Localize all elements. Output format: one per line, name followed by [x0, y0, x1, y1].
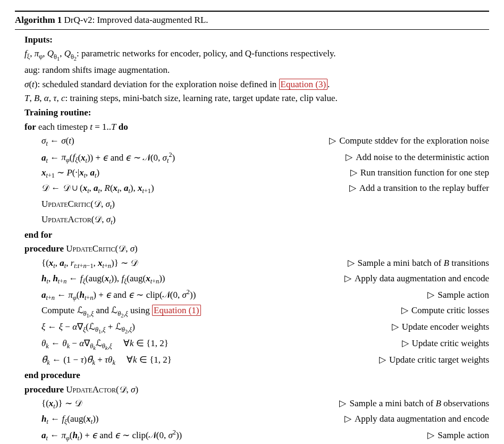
- input-aug-text: aug: random shifts image augmentation.: [24, 64, 170, 77]
- step-buffer-l: 𝒟 ← 𝒟 ∪ (xt, at, R(xt, at), xt+1): [24, 182, 154, 196]
- procedure-actor-text: procedure UpdateActor(𝒟, σ): [24, 383, 138, 397]
- step-buffer-r: Add a transition to the replay buffer: [339, 182, 489, 195]
- step-transition-r: Run transition function for one step: [340, 166, 489, 180]
- training-label: Training routine:: [24, 106, 91, 120]
- input-networks-text: fξ, πφ, Qθ1, Qθ2: parametric networks fo…: [24, 47, 336, 63]
- for-loop: for each timestep t = 1..T do: [24, 120, 489, 135]
- step-action: at ← πφ(fξ(xt)) + ϵ and ϵ ∼ 𝒩(0, σt2) Ad…: [24, 150, 489, 166]
- critic-action-l: at+n ← πφ(ht+n) + ϵ and ϵ ∼ clip(𝒩(0, σ2…: [24, 288, 196, 303]
- for-loop-text: for each timestep t = 1..T do: [24, 121, 128, 134]
- critic-update-target-r: Update critic target weights: [368, 354, 489, 367]
- end-for: end for: [24, 228, 489, 242]
- input-sigma-post: .: [327, 79, 330, 89]
- procedure-actor: procedure UpdateActor(𝒟, σ): [24, 383, 489, 397]
- step-action-l: at ← πφ(fξ(xt)) + ϵ and ϵ ∼ 𝒩(0, σt2): [24, 150, 175, 166]
- critic-update-weights-r: Update critic weights: [391, 337, 489, 350]
- input-networks: fξ, πφ, Qθ1, Qθ2: parametric networks fo…: [24, 47, 489, 63]
- end-proc-critic-text: end procedure: [24, 369, 80, 382]
- step-transition: xt+1 ∼ P(·|xt, at) Run transition functi…: [24, 166, 489, 181]
- critic-action-r: Sample action: [417, 289, 489, 302]
- critic-encode-l: ht, ht+n ← fξ(aug(xt)), fξ(aug(xt+n)): [24, 272, 165, 287]
- step-sigma-r: Compute stddev for the exploration noise: [318, 135, 489, 148]
- algorithm-title-row: Algorithm 1 DrQ-v2: Improved data-augmen…: [15, 12, 489, 30]
- actor-sample-l: {(xt)} ∼ 𝒟: [24, 397, 82, 412]
- critic-loss-l: Compute ℒθ1,ξ and ℒθ2,ξ using Equation (…: [24, 304, 201, 320]
- critic-update-weights: θk ← θk − α∇θkℒθk,ξ ∀k ∈ {1, 2} Update c…: [24, 337, 489, 353]
- actor-encode-l: ht ← fξ(aug(xt)): [24, 413, 98, 427]
- procedure-critic: procedure UpdateCritic(𝒟, σ): [24, 242, 489, 256]
- step-sigma: σt ← σ(t) Compute stddev for the explora…: [24, 134, 489, 149]
- critic-update-weights-l: θk ← θk − α∇θkℒθk,ξ ∀k ∈ {1, 2}: [24, 337, 169, 353]
- critic-action: at+n ← πφ(ht+n) + ϵ and ϵ ∼ clip(𝒩(0, σ2…: [24, 287, 489, 304]
- critic-update-target: θ̄k ← (1 − τ)θ̄k + τθk ∀k ∈ {1, 2} Updat…: [24, 353, 489, 368]
- step-call-actor: UpdateActor(𝒟, σt): [24, 213, 489, 228]
- step-call-critic-l: UpdateCritic(𝒟, σt): [24, 198, 115, 212]
- actor-encode-r: Apply data augmentation and encode: [334, 413, 489, 426]
- actor-action: at ← πφ(ht) + ϵ and ϵ ∼ clip(𝒩(0, σ2)) S…: [24, 428, 489, 444]
- end-procedure-critic: end procedure: [24, 368, 489, 383]
- actor-action-r: Sample action: [417, 429, 489, 442]
- critic-loss-r: Compute critic losses: [391, 304, 489, 317]
- critic-update-encoder-l: ξ ← ξ − α∇ξ(ℒθ1,ξ + ℒθ2,ξ): [24, 321, 135, 336]
- critic-update-encoder-r: Update encoder weights: [381, 321, 489, 334]
- critic-loss: Compute ℒθ1,ξ and ℒθ2,ξ using Equation (…: [24, 304, 489, 320]
- input-sigma: σ(t): scheduled standard deviation for t…: [24, 78, 489, 92]
- step-call-critic: UpdateCritic(𝒟, σt): [24, 197, 489, 213]
- procedure-critic-text: procedure UpdateCritic(𝒟, σ): [24, 242, 138, 256]
- critic-encode: ht, ht+n ← fξ(aug(xt)), fξ(aug(xt+n)) Ap…: [24, 272, 489, 287]
- algorithm-block: Algorithm 1 DrQ-v2: Improved data-augmen…: [15, 11, 489, 444]
- step-action-r: Add noise to the deterministic action: [335, 151, 489, 164]
- critic-encode-r: Apply data augmentation and encode: [334, 272, 489, 286]
- step-buffer: 𝒟 ← 𝒟 ∪ (xt, at, R(xt, at), xt+1) Add a …: [24, 181, 489, 197]
- algorithm-number: Algorithm 1: [15, 15, 62, 25]
- critic-update-encoder: ξ ← ξ − α∇ξ(ℒθ1,ξ + ℒθ2,ξ) Update encode…: [24, 320, 489, 337]
- actor-encode: ht ← fξ(aug(xt)) Apply data augmentation…: [24, 412, 489, 428]
- inputs-header: Inputs:: [24, 33, 489, 47]
- input-hyper-text: T, B, α, τ, c: training steps, mini-batc…: [24, 92, 338, 105]
- equation-1-ref[interactable]: Equation (1): [152, 305, 200, 316]
- algorithm-name: DrQ-v2: Improved data-augmented RL.: [62, 15, 208, 25]
- equation-3-ref[interactable]: Equation (3): [279, 79, 327, 90]
- training-header: Training routine:: [24, 106, 489, 120]
- critic-update-target-l: θ̄k ← (1 − τ)θ̄k + τθk ∀k ∈ {1, 2}: [24, 354, 172, 368]
- critic-sample: {(xt, at, rt:t+n−1, xt+n)} ∼ 𝒟 Sample a …: [24, 256, 489, 272]
- inputs-label: Inputs:: [24, 33, 53, 47]
- end-for-text: end for: [24, 229, 52, 242]
- actor-sample: {(xt)} ∼ 𝒟 Sample a mini batch of B obse…: [24, 397, 489, 412]
- critic-sample-l: {(xt, at, rt:t+n−1, xt+n)} ∼ 𝒟: [24, 257, 138, 271]
- step-transition-l: xt+1 ∼ P(·|xt, at): [24, 166, 99, 181]
- actor-action-l: at ← πφ(ht) + ϵ and ϵ ∼ clip(𝒩(0, σ2)): [24, 428, 182, 443]
- algorithm-body: Inputs: fξ, πφ, Qθ1, Qθ2: parametric net…: [15, 30, 489, 444]
- input-hyper: T, B, α, τ, c: training steps, mini-batc…: [24, 91, 489, 106]
- input-aug: aug: random shifts image augmentation.: [24, 63, 489, 78]
- input-sigma-text: σ(t): scheduled standard deviation for t…: [24, 78, 330, 91]
- step-sigma-l: σt ← σ(t): [24, 135, 74, 149]
- actor-sample-r: Sample a mini batch of B observations: [329, 397, 489, 411]
- critic-sample-r: Sample a mini batch of B transitions: [337, 257, 489, 270]
- step-call-actor-l: UpdateActor(𝒟, σt): [24, 213, 115, 228]
